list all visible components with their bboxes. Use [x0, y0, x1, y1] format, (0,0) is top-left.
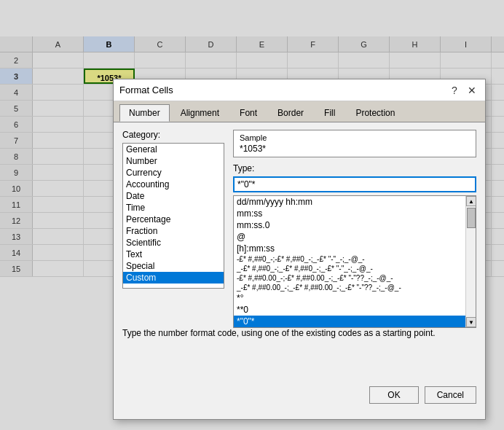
dialog-tabs: Number Alignment Font Border Fill Protec…: [114, 101, 485, 122]
type-item[interactable]: -£* #,##0.00_-;-£* #,##0.00_-;_-£* "-"??…: [234, 273, 476, 283]
sample-section: Sample *1053*: [233, 130, 476, 157]
category-date[interactable]: Date: [123, 190, 224, 202]
category-label: Category:: [122, 130, 224, 140]
type-item[interactable]: mm:ss: [234, 208, 476, 219]
type-item[interactable]: _-£* #,##0.00_-;_-£* #,##0.00_-;_-£* "-"…: [234, 283, 476, 292]
dialog-titlebar: Format Cells ? ✕: [114, 79, 485, 101]
type-item[interactable]: [h]:mm:ss: [234, 243, 476, 254]
scrollbar-down-btn[interactable]: ▼: [466, 317, 476, 327]
tab-alignment[interactable]: Alignment: [171, 104, 229, 122]
dialog-help-button[interactable]: ?: [447, 83, 462, 98]
type-item[interactable]: dd/mm/yyyy hh:mm: [234, 196, 476, 208]
type-input[interactable]: [233, 176, 476, 192]
type-list-scrollbar[interactable]: ▲ ▼: [465, 196, 476, 327]
category-scientific[interactable]: Scientific: [123, 237, 224, 249]
type-item[interactable]: mm:ss.0: [234, 219, 476, 231]
tab-protection[interactable]: Protection: [346, 104, 404, 122]
category-currency[interactable]: Currency: [123, 167, 224, 179]
category-time[interactable]: Time: [123, 202, 224, 214]
right-panel: Sample *1053* Type: dd/mm/yyyy hh:mm mm:…: [233, 130, 476, 297]
ok-button[interactable]: OK: [369, 386, 418, 404]
type-list[interactable]: dd/mm/yyyy hh:mm mm:ss mm:ss.0 @ [h]:mm:…: [233, 195, 476, 328]
tab-font[interactable]: Font: [230, 104, 267, 122]
tab-number[interactable]: Number: [119, 104, 170, 122]
dialog-buttons: OK Cancel: [122, 383, 476, 404]
type-section: Type: dd/mm/yyyy hh:mm mm:ss mm:ss.0 @ […: [233, 163, 476, 328]
dialog-controls: ? ✕: [447, 83, 479, 98]
dialog-title: Format Cells: [119, 85, 173, 95]
category-text[interactable]: Text: [123, 249, 224, 260]
category-custom[interactable]: Custom: [123, 272, 224, 284]
category-section: Category: General Number Currency Accoun…: [122, 130, 224, 297]
top-section: Category: General Number Currency Accoun…: [122, 130, 476, 297]
dialog-content: Category: General Number Currency Accoun…: [114, 122, 485, 411]
sample-label: Sample: [240, 133, 470, 142]
type-item-selected[interactable]: *"0"*: [234, 316, 476, 327]
type-item[interactable]: *°: [234, 292, 476, 304]
category-general[interactable]: General: [123, 144, 224, 155]
format-cells-dialog: Format Cells ? ✕ Number Alignment Font B…: [113, 79, 486, 420]
scrollbar-thumb: [467, 208, 476, 228]
tab-fill[interactable]: Fill: [315, 104, 344, 122]
sample-value: *1053*: [240, 144, 470, 154]
type-item[interactable]: @: [234, 231, 476, 243]
dialog-close-button[interactable]: ✕: [465, 83, 479, 98]
type-item[interactable]: _-£* #,##0_-;_-£* #,##0_-;_-£* "-"_-;_-@…: [234, 264, 476, 273]
category-accounting[interactable]: Accounting: [123, 179, 224, 190]
cancel-button[interactable]: Cancel: [425, 386, 476, 404]
category-fraction[interactable]: Fraction: [123, 225, 224, 237]
type-item[interactable]: -£* #,##0_-;-£* #,##0_-;_-£* "-"_-;_-@_-: [234, 254, 476, 264]
category-special[interactable]: Special: [123, 260, 224, 272]
scrollbar-up-btn[interactable]: ▲: [466, 196, 476, 206]
tab-border[interactable]: Border: [268, 104, 313, 122]
type-item[interactable]: **0: [234, 304, 476, 316]
category-number[interactable]: Number: [123, 155, 224, 167]
category-list[interactable]: General Number Currency Accounting Date …: [122, 143, 224, 289]
category-percentage[interactable]: Percentage: [123, 214, 224, 225]
type-label: Type:: [233, 163, 476, 173]
